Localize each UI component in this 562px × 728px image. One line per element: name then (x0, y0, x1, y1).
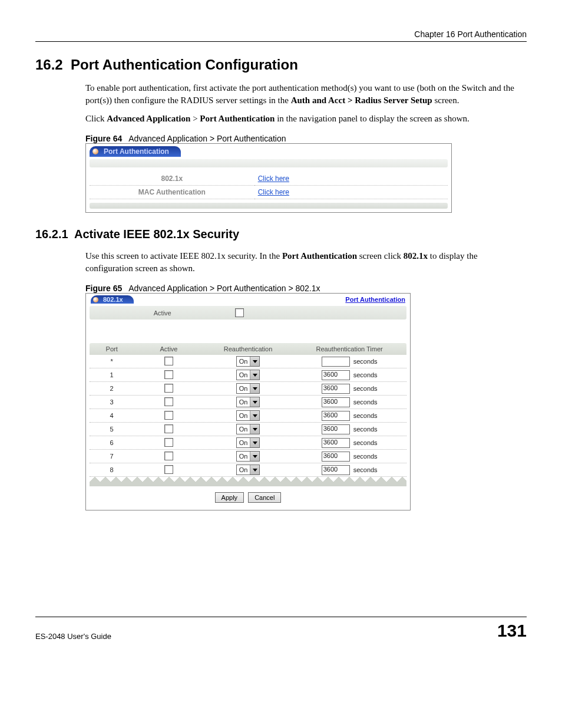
figure-65-caption: Figure 65 Advanced Application > Port Au… (85, 284, 527, 293)
cell-port: 1 (90, 371, 134, 378)
port-active-checkbox[interactable] (164, 452, 173, 460)
spacer (86, 322, 410, 343)
timer-input[interactable]: 3600 (322, 452, 350, 462)
table-row: *Onseconds (90, 355, 406, 368)
tear-edge (90, 477, 406, 486)
table-row: 2On3600seconds (90, 382, 406, 396)
chevron-down-icon (250, 438, 259, 447)
page-footer: ES-2048 User's Guide 131 (35, 617, 527, 641)
chevron-down-icon (250, 397, 259, 407)
port-active-checkbox[interactable] (164, 357, 173, 365)
chevron-down-icon (250, 384, 259, 393)
cell-port: 8 (90, 466, 134, 473)
seconds-label: seconds (353, 426, 378, 433)
link-8021x-click-here[interactable]: Click here (258, 174, 289, 183)
paragraph-1: To enable port authentication, first act… (85, 82, 515, 107)
reauth-select[interactable]: On (236, 383, 260, 394)
cell-port: 7 (90, 453, 134, 460)
cell-port: 6 (90, 439, 134, 446)
subsection-body: Use this screen to activate IEEE 802.1x … (85, 250, 515, 275)
section-title: Port Authentication Configuration (71, 57, 298, 73)
page-header: Chapter 16 Port Authentication (35, 29, 527, 42)
table-row: 3On3600seconds (90, 396, 406, 409)
port-active-checkbox[interactable] (164, 384, 173, 393)
port-active-checkbox[interactable] (164, 397, 173, 406)
port-table-header: Port Active Reauthentication Reauthentic… (90, 343, 406, 355)
section-body: To enable port authentication, first act… (85, 82, 515, 125)
seconds-label: seconds (353, 398, 378, 406)
reauth-select[interactable]: On (236, 465, 260, 475)
reauth-select[interactable]: On (236, 410, 260, 421)
chevron-down-icon (250, 357, 259, 366)
chevron-down-icon (250, 411, 259, 420)
cell-port: 3 (90, 398, 134, 406)
header-reauth: Reauthentication (204, 343, 293, 355)
timer-input[interactable]: 3600 (322, 370, 350, 380)
cell-port: * (90, 358, 134, 365)
table-row: 1On3600seconds (90, 368, 406, 382)
tab-port-authentication[interactable]: Port Authentication (90, 146, 181, 157)
page-number: 131 (497, 621, 527, 641)
row-mac-auth: MAC Authentication Click here (90, 186, 448, 199)
cell-port: 5 (90, 426, 134, 433)
timer-input[interactable]: 3600 (322, 411, 350, 421)
table-row: 4On3600seconds (90, 409, 406, 423)
auth-method-table: 802.1x Click here MAC Authentication Cli… (90, 172, 448, 199)
apply-button[interactable]: Apply (215, 492, 244, 503)
port-active-checkbox[interactable] (164, 438, 173, 447)
seconds-label: seconds (353, 412, 378, 419)
link-port-authentication[interactable]: Port Authentication (345, 296, 405, 303)
port-active-checkbox[interactable] (164, 411, 173, 420)
label-8021x: 802.1x (90, 172, 254, 186)
footer-guide: ES-2048 User's Guide (35, 632, 111, 641)
port-active-checkbox[interactable] (164, 465, 173, 474)
port-active-checkbox[interactable] (164, 370, 173, 379)
header-active: Active (134, 343, 203, 355)
row-8021x: 802.1x Click here (90, 172, 448, 186)
reauth-select[interactable]: On (236, 451, 260, 462)
table-row: 7On3600seconds (90, 450, 406, 463)
chevron-down-icon (250, 452, 259, 461)
table-row: 5On3600seconds (90, 423, 406, 436)
active-checkbox[interactable] (235, 308, 244, 317)
timer-input[interactable] (322, 357, 350, 367)
timer-input[interactable]: 3600 (322, 424, 350, 434)
decorative-bar (90, 203, 448, 209)
figure-64-caption: Figure 64 Advanced Application > Port Au… (85, 134, 527, 143)
figure-64-panel: Port Authentication 802.1x Click here MA… (85, 143, 452, 213)
cell-port: 2 (90, 385, 134, 392)
timer-input[interactable]: 3600 (322, 465, 350, 475)
tab-bar: Port Authentication (86, 144, 451, 157)
seconds-label: seconds (353, 371, 378, 378)
timer-input[interactable]: 3600 (322, 384, 350, 394)
chevron-down-icon (250, 465, 259, 475)
section-heading: 16.2 Port Authentication Configuration (35, 57, 527, 73)
header-port: Port (90, 343, 134, 355)
seconds-label: seconds (353, 466, 378, 473)
figure-65-panel: 802.1x Port Authentication Active Port A… (85, 293, 411, 510)
timer-input[interactable]: 3600 (322, 397, 350, 407)
reauth-select[interactable]: On (236, 356, 260, 367)
section-number: 16.2 (35, 57, 63, 73)
seconds-label: seconds (353, 358, 378, 365)
tab-8021x[interactable]: 802.1x (91, 295, 134, 304)
cancel-button[interactable]: Cancel (248, 492, 281, 503)
reauth-select[interactable]: On (236, 370, 260, 380)
timer-input[interactable]: 3600 (322, 438, 350, 448)
table-row: 6On3600seconds (90, 436, 406, 450)
seconds-label: seconds (353, 453, 378, 460)
reauth-select[interactable]: On (236, 424, 260, 434)
paragraph-3: Use this screen to activate IEEE 802.1x … (85, 250, 515, 275)
seconds-label: seconds (353, 385, 378, 392)
reauth-select[interactable]: On (236, 397, 260, 407)
link-mac-auth-click-here[interactable]: Click here (258, 188, 289, 196)
global-active-row: Active (90, 306, 406, 319)
label-mac-auth: MAC Authentication (90, 186, 254, 199)
port-active-checkbox[interactable] (164, 424, 173, 433)
subsection-number: 16.2.1 (35, 228, 68, 241)
decorative-bar (90, 159, 448, 167)
subsection-title: Activate IEEE 802.1x Security (74, 228, 239, 241)
chapter-label: Chapter 16 Port Authentication (414, 29, 527, 39)
reauth-select[interactable]: On (236, 437, 260, 448)
header-timer: Reauthentication Timer (292, 343, 406, 355)
